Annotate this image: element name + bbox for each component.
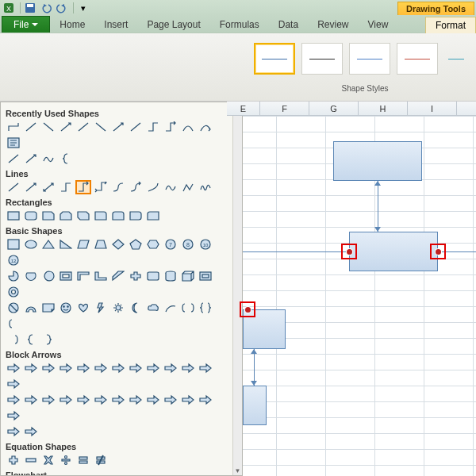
shape-frame[interactable] (58, 269, 74, 283)
shape-arrow[interactable] (58, 120, 74, 134)
shape-item[interactable] (58, 361, 74, 375)
col-header[interactable]: F (260, 102, 309, 115)
shape-round-rect[interactable] (110, 209, 126, 223)
shape-donut[interactable] (6, 285, 21, 299)
shape-cube[interactable] (180, 269, 196, 283)
shape-scribble[interactable] (198, 180, 213, 194)
shape-item[interactable] (75, 393, 91, 407)
tab-home[interactable]: Home (50, 17, 94, 33)
connector[interactable] (243, 251, 349, 252)
shape-no-symbol[interactable] (6, 301, 21, 315)
shape-item[interactable] (6, 424, 21, 439)
shape-item[interactable] (145, 361, 161, 375)
shape-item[interactable] (128, 361, 144, 375)
worksheet[interactable]: E F G H I (243, 102, 476, 476)
shape-line[interactable] (93, 120, 109, 134)
shape-minus[interactable] (23, 453, 39, 467)
shape-item[interactable] (163, 361, 178, 375)
shape-double-bracket[interactable] (180, 301, 196, 315)
shape-elbow-double-arrow[interactable] (93, 180, 109, 194)
shape-round-rect[interactable] (93, 209, 109, 223)
shape-rectangle[interactable] (333, 141, 422, 181)
shape-item[interactable] (6, 377, 21, 391)
shape-curved-arrow[interactable] (198, 120, 213, 134)
shape-moon[interactable] (128, 301, 144, 315)
shape-rectangle[interactable] (349, 232, 438, 271)
shape-item[interactable] (180, 393, 196, 407)
save-button[interactable] (23, 2, 37, 14)
shape-can[interactable] (163, 269, 178, 283)
shape-cloud[interactable] (145, 301, 161, 315)
shape-cross[interactable] (128, 269, 144, 283)
customize-qat-button[interactable]: ▾ (76, 2, 90, 14)
shape-folded-corner[interactable] (40, 301, 56, 315)
shape-line[interactable] (75, 120, 91, 134)
shape-parallelogram[interactable] (75, 237, 91, 251)
shape-elbow[interactable] (58, 180, 74, 194)
shape-right-triangle[interactable] (58, 237, 74, 251)
shape-pie[interactable] (6, 269, 21, 283)
shape-bevel[interactable] (198, 269, 213, 283)
shape-arrow[interactable] (110, 120, 126, 134)
shape-right-brace[interactable] (40, 332, 56, 347)
shape-item[interactable] (23, 361, 39, 375)
shape-snip-rect[interactable] (58, 209, 74, 223)
shape-elbow[interactable] (145, 120, 161, 134)
shape-item[interactable] (75, 361, 91, 375)
shape-item[interactable] (40, 361, 56, 375)
shape-rectangle[interactable] (243, 386, 267, 425)
shape-elbow-connector[interactable] (6, 120, 21, 134)
shape-line[interactable] (6, 180, 21, 194)
shape-round-rect[interactable] (128, 209, 144, 223)
tab-insert[interactable]: Insert (94, 17, 137, 33)
shape-arrow-line[interactable] (23, 180, 39, 194)
shape-style-swatch[interactable] (254, 43, 295, 75)
shape-triangle[interactable] (40, 237, 56, 251)
tab-data[interactable]: Data (269, 17, 308, 33)
shape-item[interactable] (163, 393, 178, 407)
shape-heart[interactable] (75, 301, 91, 315)
shape-elbow-arrow[interactable] (163, 120, 178, 134)
grid-area[interactable] (243, 116, 476, 476)
shape-styles-gallery[interactable] (254, 38, 476, 79)
file-tab[interactable]: File (2, 16, 50, 33)
shape-curved[interactable] (180, 120, 196, 134)
shape-left-brace[interactable] (23, 332, 39, 347)
col-header[interactable]: G (309, 102, 359, 115)
shape-curved-arrow[interactable] (128, 180, 144, 194)
shape-freeform[interactable] (40, 152, 56, 166)
undo-button[interactable] (39, 2, 53, 14)
shape-item[interactable] (6, 393, 21, 407)
shape-double-arrow[interactable] (40, 180, 56, 194)
col-header[interactable]: I (408, 102, 457, 115)
tab-page-layout[interactable]: Page Layout (137, 17, 209, 33)
shape-block-arc[interactable] (23, 301, 39, 315)
shape-octagon[interactable]: 8 (180, 237, 196, 251)
shape-rectangle[interactable] (6, 209, 21, 223)
shape-right-bracket[interactable] (6, 332, 21, 347)
shape-divide[interactable] (58, 453, 74, 467)
shape-plaque[interactable] (145, 269, 161, 283)
connector[interactable] (378, 181, 378, 232)
shape-line[interactable] (128, 120, 144, 134)
shape-item[interactable] (180, 361, 196, 375)
col-header[interactable]: E (227, 102, 260, 115)
shape-hexagon[interactable] (145, 237, 161, 251)
shape-style-swatch[interactable] (444, 43, 468, 75)
shape-half-frame[interactable] (75, 269, 91, 283)
shape-multiply[interactable] (40, 453, 56, 467)
shape-heptagon[interactable]: 7 (163, 237, 178, 251)
shape-textbox[interactable] (6, 237, 21, 251)
shape-teardrop[interactable] (40, 269, 56, 283)
shape-item[interactable] (23, 393, 39, 407)
shape-arc[interactable] (163, 301, 178, 315)
shape-elbow-arrow-connector[interactable] (75, 180, 91, 194)
shape-line[interactable] (23, 120, 39, 134)
shape-equal[interactable] (75, 453, 91, 467)
tab-review[interactable]: Review (308, 17, 358, 33)
shape-style-swatch[interactable] (349, 43, 390, 75)
shape-curved-double-arrow[interactable] (145, 180, 161, 194)
col-header[interactable]: H (359, 102, 408, 115)
shape-style-swatch[interactable] (397, 43, 438, 75)
shape-item[interactable] (110, 361, 126, 375)
